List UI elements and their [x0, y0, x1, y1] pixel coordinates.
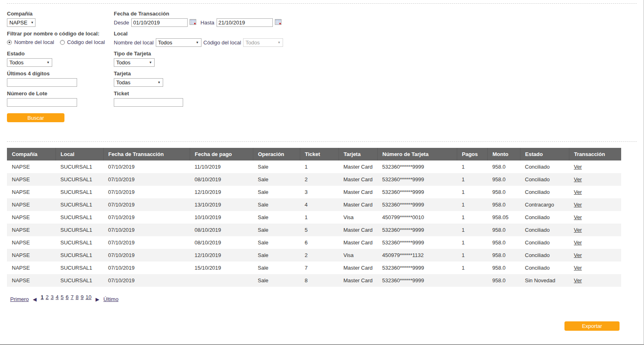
ver-link[interactable]: Ver	[574, 214, 582, 220]
column-header: Pagos	[457, 148, 487, 160]
cell-transaccion: Ver	[569, 274, 621, 287]
cell-transaccion: Ver	[569, 198, 621, 211]
primero-link[interactable]: Primero	[10, 296, 29, 302]
ver-link[interactable]: Ver	[574, 277, 582, 283]
table-cell: 958.0	[487, 236, 520, 249]
nombre-del-local-label: Nombre del local	[114, 40, 154, 46]
page-link[interactable]: 3	[51, 294, 53, 300]
ver-link[interactable]: Ver	[574, 240, 582, 246]
tipo-tarjeta-select[interactable]: Todos ▼	[114, 58, 155, 67]
numero-lote-label: Número de Lote	[7, 90, 114, 97]
field-fecha-transaccion: Fecha de Transacción Desde H	[114, 11, 637, 31]
cell-transaccion: Ver	[569, 173, 621, 186]
table-cell: 958.05	[487, 211, 520, 224]
ver-link[interactable]: Ver	[574, 265, 582, 271]
table-cell: 4	[300, 198, 339, 211]
ver-link[interactable]: Ver	[574, 176, 582, 182]
ver-link[interactable]: Ver	[574, 202, 582, 208]
page-link[interactable]: 6	[66, 294, 69, 300]
numero-lote-input[interactable]	[7, 98, 77, 107]
page-link[interactable]: 4	[55, 294, 58, 300]
ultimo-link[interactable]: Último	[104, 296, 119, 302]
hasta-date-input[interactable]	[217, 18, 273, 27]
table-cell: NAPSE	[7, 224, 55, 236]
table-cell: Sale	[253, 160, 300, 173]
table-cell: 6	[300, 236, 339, 249]
table-row: NAPSESUCURSAL107/10/2019Sale8Master Card…	[7, 274, 621, 287]
page-link[interactable]: 10	[86, 294, 91, 300]
page-link[interactable]: 9	[81, 294, 84, 300]
compania-select[interactable]: NAPSE ▼	[7, 18, 35, 27]
table-cell: 1	[457, 261, 487, 274]
table-row: NAPSESUCURSAL107/10/201908/10/2019Sale6M…	[7, 236, 621, 249]
table-cell: Master Card	[339, 160, 377, 173]
page-link[interactable]: 5	[61, 294, 64, 300]
table-cell: 958.0	[487, 261, 520, 274]
page-link[interactable]: 1	[41, 294, 44, 300]
table-cell: 15/10/2019	[190, 261, 253, 274]
ticket-input[interactable]	[114, 98, 183, 107]
field-filtrar-por: Filtrar por nombre o código de local: No…	[7, 31, 114, 51]
ver-link[interactable]: Ver	[574, 164, 582, 170]
page-link[interactable]: 8	[75, 294, 78, 300]
table-cell: Sin Novedad	[520, 274, 569, 287]
cell-transaccion: Ver	[569, 224, 621, 236]
page-numbers: 12345678910	[41, 294, 92, 300]
tarjeta-select[interactable]: Todas ▼	[114, 78, 163, 87]
nombre-del-local-select[interactable]: Todos ▼	[156, 38, 201, 47]
table-cell: 3	[300, 186, 339, 198]
table-cell: 10/10/2019	[190, 211, 253, 224]
page-link[interactable]: 7	[71, 294, 73, 300]
desde-date-input[interactable]	[131, 18, 188, 27]
table-cell: 1	[457, 173, 487, 186]
filtrar-por-label: Filtrar por nombre o código de local:	[7, 31, 114, 37]
table-cell: Conciliado	[520, 160, 569, 173]
column-header: Número de Tarjeta	[377, 148, 457, 160]
ultimos4-input[interactable]	[7, 78, 77, 87]
column-header: Ticket	[300, 148, 339, 160]
table-cell: SUCURSAL1	[55, 224, 103, 236]
ver-link[interactable]: Ver	[574, 227, 582, 233]
table-cell: NAPSE	[7, 186, 55, 198]
radio-codigo-del-local[interactable]	[60, 40, 65, 45]
calendar-icon[interactable]	[190, 19, 197, 26]
codigo-del-local-label: Código del local	[204, 40, 241, 46]
chevron-down-icon: ▼	[149, 61, 152, 64]
exportar-button[interactable]: Exportar	[564, 321, 620, 331]
radio-nombre-del-local[interactable]	[7, 40, 12, 45]
table-cell: NAPSE	[7, 198, 55, 211]
table-cell: 1	[457, 236, 487, 249]
prev-arrow-icon[interactable]: ◀	[33, 297, 37, 302]
calendar-icon[interactable]	[275, 19, 282, 26]
ver-link[interactable]: Ver	[574, 189, 582, 195]
table-cell: Visa	[339, 249, 377, 261]
estado-select[interactable]: Todos ▼	[7, 58, 52, 67]
compania-select-value: NAPSE	[9, 20, 27, 26]
table-cell: SUCURSAL1	[55, 261, 103, 274]
cell-transaccion: Ver	[569, 236, 621, 249]
table-cell: SUCURSAL1	[55, 198, 103, 211]
table-row: NAPSESUCURSAL107/10/201912/10/2019Sale2V…	[7, 249, 621, 261]
tipo-tarjeta-label: Tipo de Tarjeta	[114, 51, 637, 57]
table-header-row: CompañíaLocalFecha de TransacciónFecha d…	[7, 148, 621, 160]
table-cell: Conciliado	[520, 186, 569, 198]
desde-label: Desde	[114, 20, 129, 26]
page-link[interactable]: 2	[46, 294, 49, 300]
next-arrow-icon[interactable]: ▶	[95, 297, 99, 302]
table-cell: 958.0	[487, 224, 520, 236]
transactions-search-page: Compañía NAPSE ▼ Filtrar por nombre o có…	[0, 0, 644, 345]
table-cell: Sale	[253, 198, 300, 211]
table-row: NAPSESUCURSAL107/10/201915/10/2019Sale7M…	[7, 261, 621, 274]
ver-link[interactable]: Ver	[574, 252, 582, 258]
table-cell: NAPSE	[7, 274, 55, 287]
cell-transaccion: Ver	[569, 211, 621, 224]
chevron-down-icon: ▼	[277, 41, 281, 44]
table-cell: 1	[300, 160, 339, 173]
table-cell: Conciliado	[520, 224, 569, 236]
table-cell: Sale	[253, 236, 300, 249]
table-cell: Master Card	[339, 198, 377, 211]
buscar-button[interactable]: Buscar	[7, 113, 64, 122]
table-cell: Master Card	[339, 186, 377, 198]
table-cell: 532360******9999	[377, 236, 457, 249]
table-cell: 1	[457, 249, 487, 261]
